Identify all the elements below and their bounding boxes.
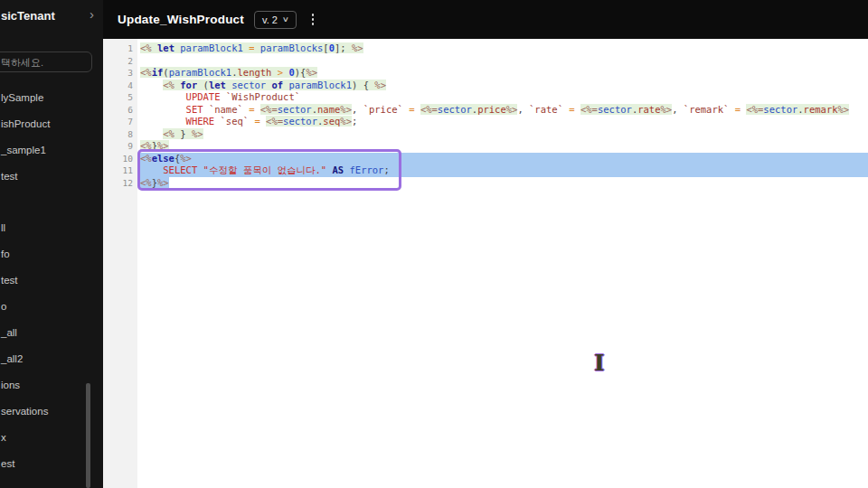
sidebar-item[interactable]: _sample1: [0, 136, 87, 163]
version-dropdown[interactable]: v. 2 ∨: [254, 11, 297, 29]
sidebar-scrollbar-thumb[interactable]: [86, 383, 90, 488]
sidebar-item[interactable]: lySample: [0, 84, 87, 110]
code-line-6[interactable]: SET `name` = <%=sector.name%>, `price` =…: [140, 104, 868, 117]
code-line-1[interactable]: <% let paramBlock1 = paramBlocks[0]; %>: [140, 42, 868, 55]
sidebar-item[interactable]: ions: [0, 371, 87, 398]
code-editor[interactable]: 123456789101112 <% let paramBlock1 = par…: [103, 39, 868, 488]
sidebar-item[interactable]: _all: [0, 319, 87, 345]
sidebar-item[interactable]: test: [0, 163, 87, 189]
sidebar-item[interactable]: _all2: [0, 345, 87, 371]
sidebar-item[interactable]: o: [0, 293, 87, 319]
app-window: sicTenant › lySampleishProduct_sample1te…: [0, 0, 868, 488]
code-line-12[interactable]: <%}%>: [140, 177, 868, 190]
code-line-2[interactable]: [140, 55, 868, 68]
code-line-8[interactable]: <% } %>: [140, 128, 868, 141]
tenant-header[interactable]: sicTenant ›: [0, 4, 103, 27]
line-number: 7: [103, 116, 133, 128]
sidebar-item[interactable]: ishProduct: [0, 110, 87, 136]
editor-header: Update_WishProduct v. 2 ∨: [103, 0, 868, 39]
sidebar: sicTenant › lySampleishProduct_sample1te…: [0, 0, 103, 488]
code-area[interactable]: <% let paramBlock1 = paramBlocks[0]; %><…: [137, 39, 868, 488]
line-number: 6: [103, 104, 133, 117]
code-line-10[interactable]: <%else{%>: [140, 153, 868, 165]
line-number: 8: [103, 128, 133, 141]
sidebar-search-input[interactable]: [0, 52, 92, 72]
code-line-7[interactable]: WHERE `seq` = <%=sector.seq%>;: [140, 116, 868, 128]
line-number: 4: [103, 80, 133, 92]
line-number: 12: [103, 177, 133, 190]
version-label: v. 2: [262, 14, 278, 25]
tenant-name: sicTenant: [0, 9, 55, 23]
page-title: Update_WishProduct: [118, 13, 244, 26]
code-line-5[interactable]: UPDATE `WishProduct`: [140, 91, 868, 104]
line-number: 10: [103, 153, 133, 165]
line-number: 9: [103, 140, 133, 153]
sidebar-item[interactable]: servations: [0, 398, 87, 424]
code-line-3[interactable]: <%if(paramBlock1.length > 0){%>: [140, 67, 868, 80]
sidebar-item[interactable]: fo: [0, 240, 87, 267]
kebab-menu-icon[interactable]: [308, 10, 318, 29]
line-number: 5: [103, 91, 133, 104]
chevron-right-icon[interactable]: ›: [90, 6, 94, 22]
chevron-down-icon: ∨: [282, 15, 289, 23]
code-line-11[interactable]: SELECT "수정할 품목이 없습니다." AS fError;: [140, 164, 868, 177]
sidebar-item[interactable]: x: [0, 424, 87, 450]
code-line-9[interactable]: <%}%>: [140, 140, 868, 153]
code-line-4[interactable]: <% for (let sector of paramBlock1) { %>: [140, 80, 868, 92]
sidebar-nav-group-2: llfotesto_all_all2ionsservationsxest: [0, 214, 87, 476]
line-number: 11: [103, 164, 133, 177]
sidebar-item[interactable]: ll: [0, 214, 87, 240]
line-number: 2: [103, 55, 133, 68]
line-number: 1: [103, 42, 133, 55]
sidebar-nav-group-1: lySampleishProduct_sample1test: [0, 84, 87, 189]
gutter: 123456789101112: [103, 39, 137, 488]
line-number: 3: [103, 67, 133, 80]
sidebar-item[interactable]: est: [0, 450, 87, 476]
sidebar-item[interactable]: test: [0, 267, 87, 293]
